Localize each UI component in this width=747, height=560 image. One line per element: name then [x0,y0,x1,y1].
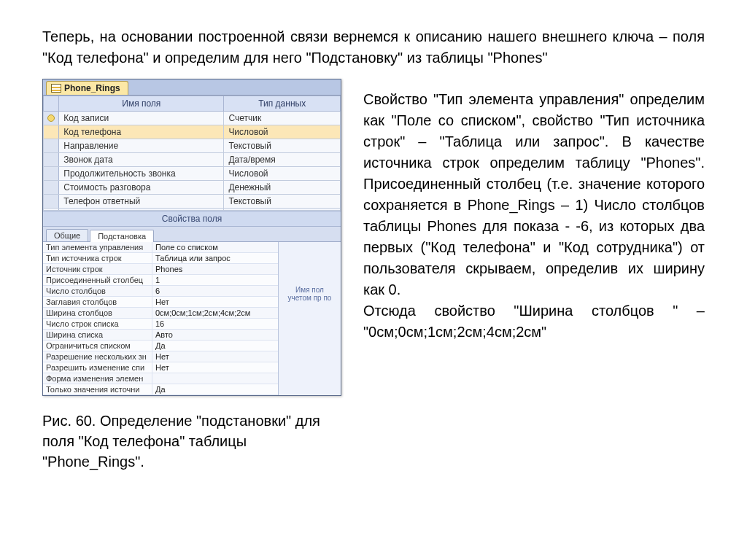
property-row[interactable]: Число строк списка16 [43,319,278,330]
row-selector[interactable] [44,195,59,209]
field-row[interactable]: Продолжительность звонкаЧисловой [44,167,341,181]
field-type-cell[interactable]: Числовой [224,167,341,181]
property-value[interactable]: Таблица или запрос [152,253,278,263]
property-row[interactable]: Ограничиться спискомДа [43,341,278,351]
property-list[interactable]: Тип элемента управленияПоле со спискомТи… [43,242,278,395]
property-value[interactable]: Нет [152,351,278,362]
property-row[interactable]: Форма изменения элемен [43,373,278,384]
document-tab-bar: Phone_Rings [43,79,341,96]
table-tab[interactable]: Phone_Rings [46,81,128,95]
property-tabs: Общие Подстановка [43,227,341,241]
property-label: Ограничиться списком [43,341,152,351]
property-row[interactable]: Число столбцов6 [43,286,278,297]
field-type-cell[interactable]: Счетчик [224,112,341,125]
access-design-view: Phone_Rings Имя поля Тип данных Код запи… [42,79,341,396]
intro-paragraph: Теперь, на основании построенной связи в… [42,26,705,69]
field-grid[interactable]: Имя поля Тип данных Код записиСчетчикКод… [43,96,341,211]
primary-key-icon [47,114,55,122]
property-label: Ширина столбцов [43,308,152,318]
row-selector[interactable] [44,167,59,181]
property-value[interactable]: Нет [152,297,278,307]
property-value[interactable] [152,373,278,384]
property-row[interactable]: Разрешение нескольких знНет [43,351,278,362]
row-selector[interactable] [44,181,59,195]
body-paragraph-2: Отсюда свойство "Ширина столбцов " – "0с… [363,300,705,343]
field-name-cell[interactable]: Продолжительность звонка [59,167,224,181]
row-selector[interactable] [44,125,59,139]
col-field-name[interactable]: Имя поля [59,96,224,112]
field-name-cell[interactable]: Направление [59,139,224,153]
property-label: Форма изменения элемен [43,373,152,384]
property-label: Тип источника строк [43,253,152,263]
field-name-cell[interactable]: Код записи [59,112,224,125]
field-name-cell[interactable]: Стоимость разговора [59,181,224,195]
table-icon [51,84,61,93]
tab-general[interactable]: Общие [46,229,88,241]
property-row[interactable]: Тип элемента управленияПоле со списком [43,242,278,253]
property-row[interactable]: Ширина спискаАвто [43,330,278,341]
table-tab-label: Phone_Rings [64,83,120,93]
field-row[interactable]: Код записиСчетчик [44,112,341,125]
property-label: Присоединенный столбец [43,275,152,285]
body-paragraph-1: Свойство "Тип элемента управления" опред… [363,89,705,300]
property-row[interactable]: Источник строкPhones [43,264,278,275]
field-type-cell[interactable]: Текстовый [224,139,341,153]
field-properties-title: Свойства поля [43,211,341,227]
field-row[interactable]: Звонок датаДата/время [44,153,341,167]
property-value[interactable]: Авто [152,330,278,340]
field-type-cell[interactable]: Текстовый [224,195,341,209]
field-row[interactable]: Стоимость разговораДенежный [44,181,341,195]
figure-caption: Рис. 60. Определение "подстановки" для п… [42,411,341,472]
property-label: Заглавия столбцов [43,297,152,307]
property-value[interactable]: 16 [152,319,278,329]
property-label: Источник строк [43,264,152,274]
field-name-cell[interactable]: Код телефона [59,125,224,139]
property-row[interactable]: Тип источника строкТаблица или запрос [43,253,278,264]
property-help-pane: Имя пол учетом пр по [278,242,341,395]
property-label: Разрешить изменение спи [43,362,152,373]
field-row[interactable]: НаправлениеТекстовый [44,139,341,153]
field-type-cell[interactable]: Денежный [224,181,341,195]
property-label: Число столбцов [43,286,152,296]
property-row[interactable]: Заглавия столбцовНет [43,297,278,308]
property-row[interactable]: Только значения источниДа [43,384,278,395]
property-label: Разрешение нескольких зн [43,351,152,362]
property-value[interactable]: 0см;0см;1см;2см;4см;2см [152,308,278,318]
row-selector[interactable] [44,112,59,125]
property-value[interactable]: Нет [152,362,278,373]
property-value[interactable]: Поле со списком [152,242,278,252]
field-name-cell[interactable]: Звонок дата [59,153,224,167]
field-row[interactable]: Код телефонаЧисловой [44,125,341,139]
field-type-cell[interactable]: Числовой [224,125,341,139]
property-row[interactable]: Разрешить изменение спиНет [43,362,278,373]
field-row[interactable]: Телефон ответныйТекстовый [44,195,341,209]
property-value[interactable]: 1 [152,275,278,285]
property-row[interactable]: Ширина столбцов0см;0см;1см;2см;4см;2см [43,308,278,319]
property-value[interactable]: Да [152,384,278,394]
property-value[interactable]: Phones [152,264,278,274]
property-value[interactable]: 6 [152,286,278,296]
field-name-cell[interactable]: Телефон ответный [59,195,224,209]
row-selector[interactable] [44,153,59,167]
property-row[interactable]: Присоединенный столбец1 [43,275,278,286]
property-label: Только значения источни [43,384,152,394]
property-label: Ширина списка [43,330,152,340]
property-label: Тип элемента управления [43,242,152,252]
property-label: Число строк списка [43,319,152,329]
row-selector[interactable] [44,139,59,153]
property-value[interactable]: Да [152,341,278,351]
tab-lookup[interactable]: Подстановка [90,230,154,242]
col-data-type[interactable]: Тип данных [224,96,341,112]
field-type-cell[interactable]: Дата/время [224,153,341,167]
